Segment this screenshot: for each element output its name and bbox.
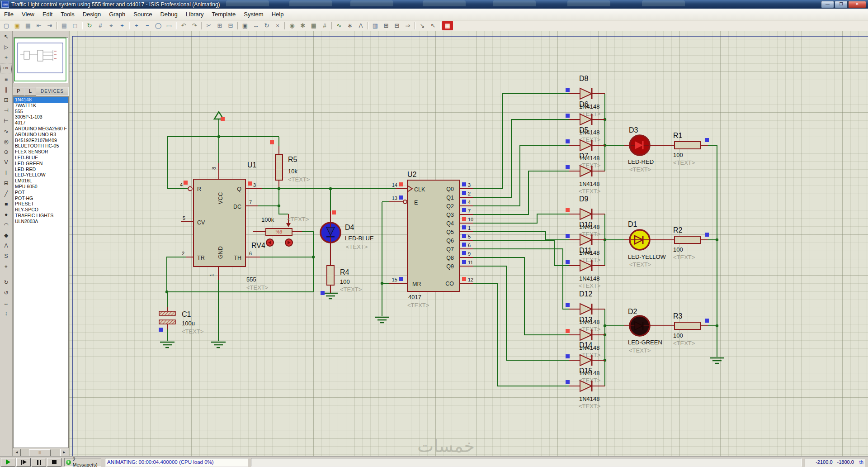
component-u1-555[interactable]: R CV TR Q DC TH VCC GND 4 5 2 3 7 6 8 1 … xyxy=(180,161,269,291)
remove-sheet-icon[interactable]: ⊟ xyxy=(392,21,402,30)
zoom-area-icon[interactable]: ▭ xyxy=(164,21,175,30)
menu-design[interactable]: Design xyxy=(79,10,105,19)
menu-file[interactable]: File xyxy=(0,10,18,19)
schematic-canvas[interactable]: R CV TR Q DC TH VCC GND 4 5 2 3 7 6 8 1 … xyxy=(69,31,868,457)
goto-sheet-icon[interactable]: ⇒ xyxy=(402,21,413,30)
device-list-item[interactable]: 4017 xyxy=(14,120,68,126)
component-r1[interactable]: R1 100 <TEXT> xyxy=(673,132,701,166)
zoom-to-child-icon[interactable]: ↘ xyxy=(417,21,428,30)
rotate-clockwise-icon[interactable]: ↻ xyxy=(1,277,11,287)
device-list-item[interactable]: 7WATT1K xyxy=(14,103,68,109)
menu-source[interactable]: Source xyxy=(129,10,156,19)
diode-network[interactable]: D81N4148<TEXT>D61N4148<TEXT>D51N4148<TEX… xyxy=(566,75,605,410)
cut-icon[interactable]: ✂ xyxy=(203,21,214,30)
voltage-probe-mode-icon[interactable]: V xyxy=(1,157,11,167)
device-list[interactable]: 1N41487WATT1K5553005P-1-1034017ARDUINO M… xyxy=(13,96,69,448)
device-pin-mode-icon[interactable]: ⊢ xyxy=(1,116,11,125)
component-c1[interactable]: C1 100u <TEXT> xyxy=(159,310,203,335)
title-bar[interactable]: ISIS Traffic Light control system using … xyxy=(0,0,868,9)
return-to-parent-icon[interactable]: ↖ xyxy=(428,21,439,30)
line-2d-icon[interactable]: ╱ xyxy=(1,189,11,198)
block-move-icon[interactable]: ↔ xyxy=(250,21,261,30)
component-d3-led-red[interactable]: D3 LED-RED <TEXT> xyxy=(628,126,654,173)
symbol-2d-icon[interactable]: S xyxy=(1,251,11,261)
component-mode-icon[interactable]: ▷ xyxy=(1,42,11,52)
block-copy-icon[interactable]: ▣ xyxy=(240,21,250,30)
component-d2-led-green[interactable]: D2 LED-GREEN <TEXT> xyxy=(628,308,662,354)
terminal-mode-icon[interactable]: ⊣ xyxy=(1,105,11,115)
component-rv4[interactable]: %9 RV4 100k <TEXT> xyxy=(251,216,309,249)
device-list-item[interactable]: POT xyxy=(14,190,68,195)
decompose-icon[interactable]: # xyxy=(319,21,330,30)
device-list-item[interactable]: LED-BLUE xyxy=(14,155,68,161)
center-at-cursor-icon[interactable]: + xyxy=(117,21,127,30)
x-mirror-icon[interactable]: ↔ xyxy=(1,298,11,308)
block-rotate-icon[interactable]: ↻ xyxy=(261,21,272,30)
device-list-item[interactable]: LED-RED xyxy=(14,167,68,172)
device-list-item[interactable]: 555 xyxy=(14,109,68,114)
ares-netlist-icon[interactable]: ▦ xyxy=(442,21,453,30)
wire-label-mode-icon[interactable]: LBL xyxy=(0,63,12,73)
device-list-item[interactable]: ARDUINO MEGA2560 F xyxy=(14,126,68,132)
selection-mode-icon[interactable]: ↖ xyxy=(1,32,11,41)
device-list-item[interactable]: 1N4148 xyxy=(14,97,68,103)
menu-edit[interactable]: Edit xyxy=(38,10,57,19)
menu-view[interactable]: View xyxy=(18,10,38,19)
stop-button[interactable] xyxy=(47,458,61,467)
component-d9-diode[interactable]: D91N4148<TEXT> xyxy=(566,195,605,238)
message-panel[interactable]: i 2 Message(s) xyxy=(64,458,101,467)
component-d4-led-blue[interactable]: D4 LED-BLUE <TEXT> xyxy=(321,223,374,250)
overview-minimap[interactable] xyxy=(14,37,68,83)
component-d8-diode[interactable]: D81N4148<TEXT> xyxy=(566,75,605,117)
zoom-all-icon[interactable]: ◯ xyxy=(153,21,164,30)
rotate-anticlockwise-icon[interactable]: ↺ xyxy=(1,288,11,297)
design-explorer-icon[interactable]: ▥ xyxy=(370,21,381,30)
zoom-out-icon[interactable]: − xyxy=(142,21,153,30)
device-list-item[interactable]: ULN2003A xyxy=(14,219,68,224)
menu-tools[interactable]: Tools xyxy=(57,10,78,19)
pick-parts-icon[interactable]: ◉ xyxy=(287,21,297,30)
scroll-left-arrow[interactable]: ◄ xyxy=(13,449,21,457)
tape-recorder-mode-icon[interactable]: ◎ xyxy=(1,137,11,146)
bus-mode-icon[interactable]: ∥ xyxy=(1,85,11,94)
packaging-tool-icon[interactable]: ▦ xyxy=(308,21,319,30)
search-tag-icon[interactable]: ∗ xyxy=(344,21,355,30)
current-probe-mode-icon[interactable]: I xyxy=(1,168,11,177)
step-button[interactable] xyxy=(16,458,31,467)
device-list-item[interactable]: BLUETOOTH HC-05 xyxy=(14,143,68,149)
scroll-right-arrow[interactable]: ► xyxy=(60,449,68,457)
box-2d-icon[interactable]: ■ xyxy=(1,199,11,209)
text-script-mode-icon[interactable]: ≡ xyxy=(1,74,11,84)
library-manage-button[interactable]: L xyxy=(24,87,36,96)
device-list-item[interactable]: B45192E2107M409 xyxy=(14,138,68,143)
graph-mode-icon[interactable]: ∿ xyxy=(1,126,11,136)
component-d1-led-yellow[interactable]: D1 LED-YELLOW <TEXT> xyxy=(628,220,666,268)
mark-output-area-icon[interactable]: ◻ xyxy=(70,21,80,30)
copy-icon[interactable]: ⊞ xyxy=(214,21,225,30)
device-list-item[interactable]: POT-HG xyxy=(14,195,68,201)
device-list-item[interactable]: LM016L xyxy=(14,178,68,184)
device-list-item[interactable]: LED-GREEN xyxy=(14,161,68,167)
device-list-item[interactable]: ARDUINO UNO R3 xyxy=(14,132,68,138)
menu-library[interactable]: Library xyxy=(182,10,208,19)
print-design-icon[interactable]: ▤ xyxy=(59,21,70,30)
import-section-icon[interactable]: ⇤ xyxy=(33,21,44,30)
open-design-icon[interactable]: ▣ xyxy=(12,21,23,30)
false-origin-icon[interactable]: ⌖ xyxy=(106,21,117,30)
subcircuit-mode-icon[interactable]: ⊡ xyxy=(1,95,11,105)
redo-icon[interactable]: ↷ xyxy=(189,21,200,30)
menu-help[interactable]: Help xyxy=(268,10,288,19)
close-button[interactable]: ✕ xyxy=(848,1,866,8)
block-delete-icon[interactable]: × xyxy=(272,21,283,30)
undo-icon[interactable]: ↶ xyxy=(178,21,189,30)
circle-2d-icon[interactable]: ● xyxy=(1,210,11,219)
paste-icon[interactable]: ⊟ xyxy=(225,21,236,30)
menu-graph[interactable]: Graph xyxy=(105,10,129,19)
virtual-instruments-mode-icon[interactable]: ⊟ xyxy=(1,178,11,188)
panel-horizontal-scrollbar[interactable]: ◄ ||| ► xyxy=(13,449,68,456)
export-section-icon[interactable]: ⇥ xyxy=(44,21,55,30)
device-list-item[interactable]: MPU 6050 xyxy=(14,184,68,190)
pick-devices-button[interactable]: P xyxy=(13,87,24,96)
component-r5[interactable]: R5 10k <TEXT> xyxy=(275,154,310,183)
component-r3[interactable]: R3 100 <TEXT> xyxy=(673,312,701,347)
